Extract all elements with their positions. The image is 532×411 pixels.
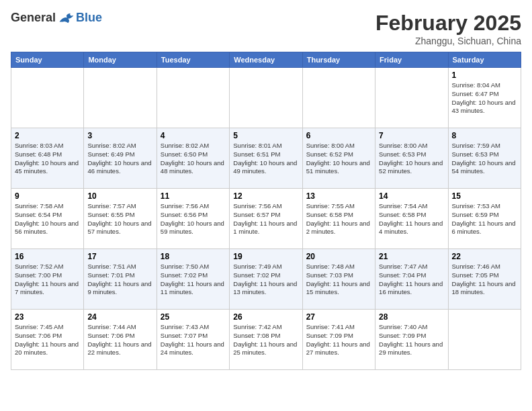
day-info: Sunrise: 8:04 AM Sunset: 6:47 PM Dayligh… (452, 81, 517, 116)
day-cell: 6Sunrise: 8:00 AM Sunset: 6:52 PM Daylig… (302, 128, 375, 189)
day-cell (230, 68, 302, 128)
day-info: Sunrise: 7:56 AM Sunset: 6:56 PM Dayligh… (161, 202, 226, 236)
day-info: Sunrise: 8:00 AM Sunset: 6:53 PM Dayligh… (379, 142, 444, 176)
day-number: 23 (15, 312, 80, 322)
day-cell: 14Sunrise: 7:54 AM Sunset: 6:58 PM Dayli… (375, 189, 448, 249)
day-cell: 17Sunrise: 7:51 AM Sunset: 7:01 PM Dayli… (84, 249, 157, 310)
day-number: 4 (161, 131, 226, 140)
day-number: 14 (379, 191, 444, 201)
day-cell (375, 68, 448, 128)
day-number: 28 (379, 312, 444, 322)
day-info: Sunrise: 8:03 AM Sunset: 6:48 PM Dayligh… (15, 142, 80, 176)
day-info: Sunrise: 7:59 AM Sunset: 6:53 PM Dayligh… (452, 142, 517, 176)
day-info: Sunrise: 7:55 AM Sunset: 6:58 PM Dayligh… (306, 202, 371, 236)
day-cell (11, 68, 84, 128)
day-cell (157, 68, 229, 128)
day-cell: 18Sunrise: 7:50 AM Sunset: 7:02 PM Dayli… (157, 249, 229, 310)
weekday-header-tuesday: Tuesday (157, 52, 229, 68)
day-number: 16 (15, 252, 80, 261)
day-cell: 10Sunrise: 7:57 AM Sunset: 6:55 PM Dayli… (84, 189, 157, 249)
weekday-header-wednesday: Wednesday (230, 52, 302, 68)
day-cell: 24Sunrise: 7:44 AM Sunset: 7:06 PM Dayli… (84, 310, 157, 370)
day-cell: 3Sunrise: 8:02 AM Sunset: 6:49 PM Daylig… (84, 128, 157, 189)
day-cell: 22Sunrise: 7:46 AM Sunset: 7:05 PM Dayli… (448, 249, 521, 310)
day-cell: 8Sunrise: 7:59 AM Sunset: 6:53 PM Daylig… (448, 128, 521, 189)
day-number: 27 (306, 312, 371, 322)
day-info: Sunrise: 8:00 AM Sunset: 6:52 PM Dayligh… (306, 142, 371, 176)
day-cell: 26Sunrise: 7:42 AM Sunset: 7:08 PM Dayli… (230, 310, 302, 370)
day-info: Sunrise: 7:40 AM Sunset: 7:09 PM Dayligh… (379, 323, 444, 357)
day-cell: 4Sunrise: 8:02 AM Sunset: 6:50 PM Daylig… (157, 128, 229, 189)
page-header: General Blue February 2025 Zhanggu, Sich… (11, 11, 521, 46)
day-number: 17 (87, 252, 152, 261)
day-number: 13 (306, 191, 371, 201)
day-cell: 15Sunrise: 7:53 AM Sunset: 6:59 PM Dayli… (448, 189, 521, 249)
day-number: 9 (15, 191, 80, 201)
day-cell: 2Sunrise: 8:03 AM Sunset: 6:48 PM Daylig… (11, 128, 84, 189)
weekday-header-row: SundayMondayTuesdayWednesdayThursdayFrid… (11, 52, 521, 68)
logo: General Blue (11, 11, 102, 25)
day-number: 15 (452, 191, 517, 201)
day-number: 7 (379, 131, 444, 140)
day-cell: 5Sunrise: 8:01 AM Sunset: 6:51 PM Daylig… (230, 128, 302, 189)
weekday-header-saturday: Saturday (448, 52, 521, 68)
day-number: 21 (379, 252, 444, 261)
day-number: 12 (233, 191, 298, 201)
day-cell: 19Sunrise: 7:49 AM Sunset: 7:02 PM Dayli… (230, 249, 302, 310)
calendar-table: SundayMondayTuesdayWednesdayThursdayFrid… (11, 52, 521, 370)
month-title: February 2025 (375, 11, 521, 36)
day-number: 22 (452, 252, 517, 261)
logo-general-text: General (11, 11, 56, 25)
weekday-header-monday: Monday (84, 52, 157, 68)
day-info: Sunrise: 7:53 AM Sunset: 6:59 PM Dayligh… (452, 202, 517, 236)
day-info: Sunrise: 7:49 AM Sunset: 7:02 PM Dayligh… (233, 263, 298, 297)
day-info: Sunrise: 7:45 AM Sunset: 7:06 PM Dayligh… (15, 323, 80, 357)
day-info: Sunrise: 7:48 AM Sunset: 7:03 PM Dayligh… (306, 263, 371, 297)
logo-bird-icon (58, 11, 75, 25)
day-cell: 20Sunrise: 7:48 AM Sunset: 7:03 PM Dayli… (302, 249, 375, 310)
day-cell (302, 68, 375, 128)
day-number: 6 (306, 131, 371, 140)
day-cell: 28Sunrise: 7:40 AM Sunset: 7:09 PM Dayli… (375, 310, 448, 370)
week-row-2: 2Sunrise: 8:03 AM Sunset: 6:48 PM Daylig… (11, 128, 521, 189)
day-number: 10 (87, 191, 152, 201)
day-cell: 12Sunrise: 7:56 AM Sunset: 6:57 PM Dayli… (230, 189, 302, 249)
week-row-1: 1Sunrise: 8:04 AM Sunset: 6:47 PM Daylig… (11, 68, 521, 128)
day-number: 2 (15, 131, 80, 140)
location-subtitle: Zhanggu, Sichuan, China (375, 36, 521, 46)
day-cell (84, 68, 157, 128)
day-cell: 23Sunrise: 7:45 AM Sunset: 7:06 PM Dayli… (11, 310, 84, 370)
day-info: Sunrise: 7:43 AM Sunset: 7:07 PM Dayligh… (161, 323, 226, 357)
week-row-4: 16Sunrise: 7:52 AM Sunset: 7:00 PM Dayli… (11, 249, 521, 310)
day-info: Sunrise: 7:46 AM Sunset: 7:05 PM Dayligh… (452, 263, 517, 297)
weekday-header-friday: Friday (375, 52, 448, 68)
day-cell: 13Sunrise: 7:55 AM Sunset: 6:58 PM Dayli… (302, 189, 375, 249)
logo-blue-text: Blue (76, 11, 102, 25)
week-row-3: 9Sunrise: 7:58 AM Sunset: 6:54 PM Daylig… (11, 189, 521, 249)
day-cell (448, 310, 521, 370)
title-block: February 2025 Zhanggu, Sichuan, China (375, 11, 521, 46)
day-info: Sunrise: 7:41 AM Sunset: 7:09 PM Dayligh… (306, 323, 371, 357)
day-number: 25 (161, 312, 226, 322)
week-row-5: 23Sunrise: 7:45 AM Sunset: 7:06 PM Dayli… (11, 310, 521, 370)
day-number: 11 (161, 191, 226, 201)
day-number: 8 (452, 131, 517, 140)
day-info: Sunrise: 7:58 AM Sunset: 6:54 PM Dayligh… (15, 202, 80, 236)
day-number: 3 (87, 131, 152, 140)
day-number: 20 (306, 252, 371, 261)
day-number: 26 (233, 312, 298, 322)
day-info: Sunrise: 7:47 AM Sunset: 7:04 PM Dayligh… (379, 263, 444, 297)
day-cell: 1Sunrise: 8:04 AM Sunset: 6:47 PM Daylig… (448, 68, 521, 128)
day-info: Sunrise: 7:50 AM Sunset: 7:02 PM Dayligh… (161, 263, 226, 297)
day-info: Sunrise: 7:51 AM Sunset: 7:01 PM Dayligh… (87, 263, 152, 297)
day-info: Sunrise: 7:56 AM Sunset: 6:57 PM Dayligh… (233, 202, 298, 236)
day-cell: 7Sunrise: 8:00 AM Sunset: 6:53 PM Daylig… (375, 128, 448, 189)
day-cell: 16Sunrise: 7:52 AM Sunset: 7:00 PM Dayli… (11, 249, 84, 310)
day-info: Sunrise: 7:57 AM Sunset: 6:55 PM Dayligh… (87, 202, 152, 236)
day-cell: 9Sunrise: 7:58 AM Sunset: 6:54 PM Daylig… (11, 189, 84, 249)
day-number: 19 (233, 252, 298, 261)
day-info: Sunrise: 7:44 AM Sunset: 7:06 PM Dayligh… (87, 323, 152, 357)
day-number: 24 (87, 312, 152, 322)
weekday-header-sunday: Sunday (11, 52, 84, 68)
weekday-header-thursday: Thursday (302, 52, 375, 68)
